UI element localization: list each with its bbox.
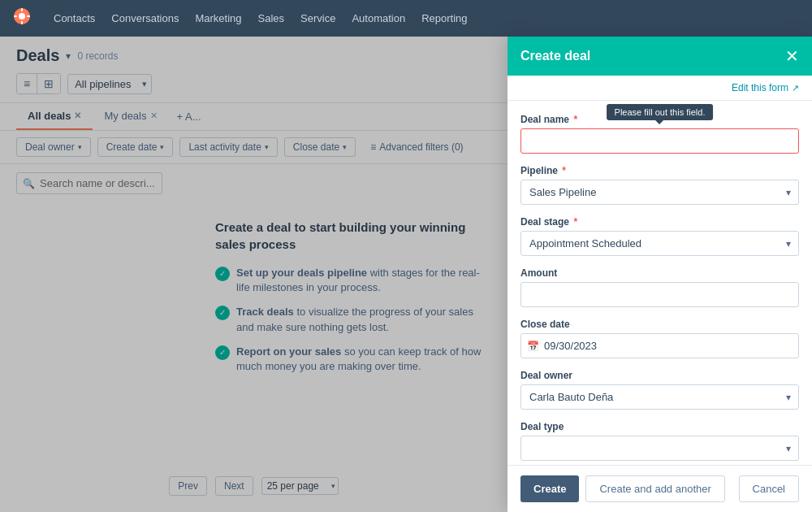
close-date-field: Close date 📅 — [520, 319, 799, 358]
svg-rect-4 — [14, 15, 17, 17]
deal-stage-select[interactable]: Appointment Scheduled — [520, 231, 799, 256]
required-star: * — [573, 114, 577, 125]
create-and-add-button[interactable]: Create and add another — [585, 475, 724, 502]
amount-input[interactable] — [520, 282, 799, 307]
panel-footer: Create Create and add another Cancel — [508, 465, 812, 512]
close-date-label: Close date — [520, 319, 799, 330]
svg-point-1 — [19, 13, 25, 20]
calendar-icon: 📅 — [527, 341, 539, 352]
panel-body: Deal name * Please fill out this field. … — [508, 101, 812, 465]
pipeline-label: Pipeline * — [520, 165, 799, 176]
svg-rect-5 — [27, 15, 30, 17]
close-date-input-wrapper: 📅 — [520, 333, 799, 358]
main-content: Deals ▾ 0 records ≡ ⊞ All pipelines ▾ Al… — [0, 37, 812, 512]
top-nav: Contacts Conversations Marketing Sales S… — [0, 0, 812, 37]
hubspot-logo — [13, 7, 31, 30]
nav-marketing[interactable]: Marketing — [195, 12, 241, 24]
pipeline-required-star: * — [562, 165, 566, 176]
panel-subheader: Edit this form ↗ — [508, 76, 812, 101]
nav-conversations[interactable]: Conversations — [111, 12, 179, 24]
deal-stage-select-wrapper: Appointment Scheduled ▾ — [520, 231, 799, 256]
create-deal-panel: Create deal ✕ Edit this form ↗ Deal name… — [508, 37, 812, 512]
amount-label: Amount — [520, 267, 799, 279]
nav-automation[interactable]: Automation — [352, 12, 405, 24]
pipeline-select[interactable]: Sales Pipeline — [520, 180, 799, 205]
deal-stage-field: Deal stage * Appointment Scheduled ▾ — [520, 216, 799, 256]
pipeline-select-wrapper: Sales Pipeline ▾ — [520, 180, 799, 205]
pipeline-field: Pipeline * Sales Pipeline ▾ — [520, 165, 799, 205]
nav-service[interactable]: Service — [300, 12, 335, 24]
deal-type-field: Deal type ▾ — [520, 421, 799, 461]
external-link-icon: ↗ — [792, 83, 799, 93]
deal-type-label: Deal type — [520, 421, 799, 432]
svg-rect-2 — [21, 8, 23, 11]
deal-name-tooltip-wrapper: Please fill out this field. — [520, 128, 799, 154]
svg-rect-3 — [21, 21, 23, 24]
nav-sales[interactable]: Sales — [258, 12, 285, 24]
deal-name-label: Deal name * — [520, 114, 799, 125]
deal-owner-label: Deal owner — [520, 370, 799, 381]
panel-header: Create deal ✕ — [508, 37, 812, 76]
deal-stage-label: Deal stage * — [520, 216, 799, 228]
amount-field: Amount — [520, 267, 799, 307]
deal-owner-select-wrapper: Carla Bauto Deña ▾ — [520, 384, 799, 410]
panel-close-button[interactable]: ✕ — [785, 48, 799, 64]
deal-stage-required-star: * — [573, 216, 577, 228]
create-button[interactable]: Create — [520, 475, 579, 502]
cancel-button[interactable]: Cancel — [739, 475, 799, 502]
deal-owner-field: Deal owner Carla Bauto Deña ▾ — [520, 370, 799, 410]
deal-owner-select[interactable]: Carla Bauto Deña — [520, 384, 799, 410]
nav-contacts[interactable]: Contacts — [54, 12, 95, 24]
modal-overlay — [0, 37, 508, 512]
deal-type-select[interactable] — [520, 436, 799, 461]
deal-type-select-wrapper: ▾ — [520, 436, 799, 461]
edit-form-link[interactable]: Edit this form ↗ — [732, 82, 799, 93]
panel-title: Create deal — [520, 49, 590, 63]
close-date-input[interactable] — [520, 333, 799, 358]
deal-name-input[interactable] — [520, 128, 799, 154]
nav-reporting[interactable]: Reporting — [421, 12, 467, 24]
deal-name-field: Deal name * Please fill out this field. — [520, 114, 799, 154]
